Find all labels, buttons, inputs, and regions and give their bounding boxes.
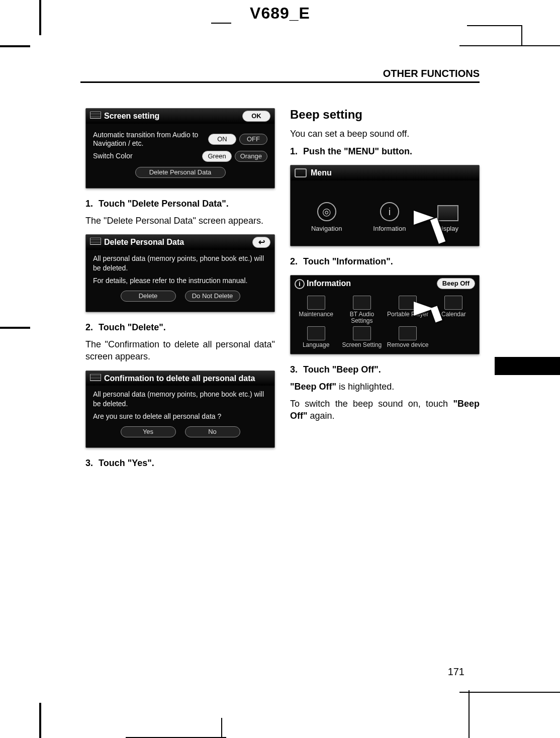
info-item-bt-audio[interactable]: BT Audio Settings xyxy=(340,296,383,324)
doc-header: V689_E xyxy=(0,4,560,23)
delete-personal-data-button[interactable]: Delete Personal Data xyxy=(135,167,226,178)
right-step-3: 3.Touch "Beep Off". xyxy=(290,363,480,376)
list-icon xyxy=(90,112,101,119)
information-panel: iInformation Beep Off Maintenance BT Aud… xyxy=(290,275,480,354)
menu-item-information[interactable]: i Information xyxy=(373,202,406,233)
screen-setting-icon xyxy=(353,326,371,340)
left-step-1-body: The "Delete Personal Data" screen appear… xyxy=(85,215,275,227)
information-icon: i xyxy=(380,202,399,221)
section-header: OTHER FUNCTIONS xyxy=(383,68,480,79)
on-button[interactable]: ON xyxy=(208,134,236,145)
left-step-3: 3.Touch "Yes". xyxy=(85,457,275,469)
delete-panel-line2: For details, please refer to the instruc… xyxy=(93,276,267,286)
navigation-icon: ◎ xyxy=(317,202,336,221)
header-underline xyxy=(211,23,231,24)
left-step-2: 2.Touch "Delete". xyxy=(85,321,275,333)
beep-setting-heading: Beep setting xyxy=(290,107,480,123)
page-number: 171 xyxy=(448,666,464,678)
confirmation-panel: Confirmation to delete all personal data… xyxy=(85,371,275,448)
right-step-2: 2.Touch "Information". xyxy=(290,255,480,267)
bt-audio-icon xyxy=(353,296,371,310)
auto-transition-label: Automatic transition from Audio to Navig… xyxy=(93,131,204,148)
menu-label-information: Information xyxy=(373,224,406,233)
ok-button[interactable]: OK xyxy=(242,111,270,122)
screen-setting-panel: Screen setting OK Automatic transition f… xyxy=(85,108,275,189)
maintenance-icon xyxy=(307,296,325,310)
screen-setting-title: Screen setting xyxy=(104,112,159,120)
right-step-1: 1.Push the "MENU" button. xyxy=(290,145,480,157)
delete-button[interactable]: Delete xyxy=(121,291,176,302)
info-title: Information xyxy=(307,279,351,288)
menu-panel: Menu ◎ Navigation i Information Display xyxy=(290,165,480,246)
no-button[interactable]: No xyxy=(185,426,240,437)
left-step-2-body: The "Confirmation to delete all personal… xyxy=(85,338,275,363)
off-button[interactable]: OFF xyxy=(239,134,267,145)
info-item-language[interactable]: Language xyxy=(295,326,337,348)
list-icon xyxy=(90,238,101,245)
do-not-delete-button[interactable]: Do Not Delete xyxy=(185,291,240,302)
confirm-panel-title: Confirmation to delete all personal data xyxy=(104,374,255,383)
menu-item-navigation[interactable]: ◎ Navigation xyxy=(311,202,342,233)
delete-panel-title: Delete Personal Data xyxy=(104,238,184,246)
left-step-1: 1.Touch "Delete Personal Data". xyxy=(85,198,275,210)
window-icon xyxy=(295,168,307,177)
info-i-icon: i xyxy=(295,279,305,289)
section-rule xyxy=(80,81,480,83)
info-item-screen-setting[interactable]: Screen Setting xyxy=(340,326,383,348)
beep-off-highlighted: "Beep Off" is highlighted. xyxy=(290,381,480,393)
beep-switch-on: To switch the beep sound on, touch "Beep… xyxy=(290,398,480,422)
calendar-icon xyxy=(444,296,462,310)
confirm-panel-line1: All personal data (memory points, phone … xyxy=(93,390,267,409)
yes-button[interactable]: Yes xyxy=(121,426,176,437)
left-column: Screen setting OK Automatic transition f… xyxy=(85,106,275,469)
green-button[interactable]: Green xyxy=(202,151,231,162)
menu-title: Menu xyxy=(311,167,332,178)
language-icon xyxy=(307,326,325,340)
info-item-remove-device[interactable]: Remove device xyxy=(387,326,429,348)
beep-off-button[interactable]: Beep Off xyxy=(437,278,475,289)
back-button[interactable]: ↩ xyxy=(252,237,270,248)
delete-personal-data-panel: Delete Personal Data ↩ All personal data… xyxy=(85,234,275,312)
display-icon xyxy=(437,205,458,221)
menu-label-navigation: Navigation xyxy=(311,224,342,233)
orange-button[interactable]: Orange xyxy=(235,151,267,162)
switch-color-label: Switch Color xyxy=(93,152,198,160)
confirm-panel-line2: Are you sure to delete all personal data… xyxy=(93,412,267,421)
right-column: Beep setting You can set a beep sound of… xyxy=(290,106,480,469)
delete-panel-line1: All personal data (memory points, phone … xyxy=(93,254,267,273)
list-icon xyxy=(90,374,101,381)
beep-intro: You can set a beep sound off. xyxy=(290,128,480,140)
remove-device-icon xyxy=(399,326,417,340)
info-item-maintenance[interactable]: Maintenance xyxy=(295,296,337,324)
